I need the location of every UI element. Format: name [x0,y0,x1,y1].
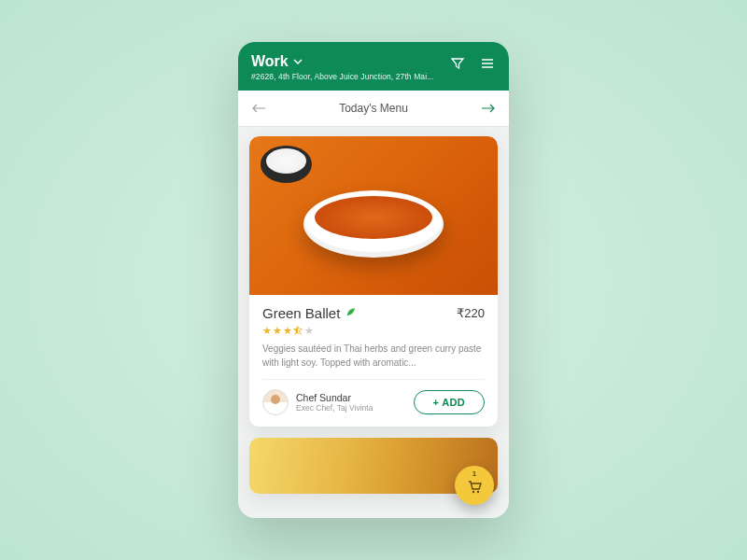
filter-icon[interactable] [449,55,466,72]
dish-price: ₹220 [457,306,485,320]
veg-leaf-icon [345,305,358,321]
svg-point-0 [472,491,474,493]
location-address: #2628, 4th Floor, Above Juice Junction, … [251,72,449,81]
phone-frame: Work #2628, 4th Floor, Above Juice Junct… [238,42,509,518]
chef-name: Chef Sundar [296,392,373,403]
dish-card[interactable]: Green Ballet ₹220 ★★★⯪★ Veggies sautéed … [249,136,498,427]
dish-description: Veggies sautéed in Thai herbs and green … [262,343,485,370]
chevron-down-icon [293,53,303,70]
prev-arrow-icon[interactable] [251,100,268,117]
rice-graphic [261,146,312,183]
divider [262,379,485,380]
chef-title: Exec Chef, Taj Vivinta [296,403,373,413]
next-arrow-icon[interactable] [479,100,496,117]
location-label: Work [251,53,289,70]
bowl-graphic [303,190,444,258]
cart-fab[interactable]: 1 [455,466,494,505]
menu-icon[interactable] [479,55,496,72]
dish-name: Green Ballet [262,305,340,321]
dish-image [249,136,498,295]
cart-icon [466,478,483,498]
menu-title: Today's Menu [339,102,408,115]
content-scroll[interactable]: Green Ballet ₹220 ★★★⯪★ Veggies sautéed … [238,127,509,518]
chef-info[interactable]: Chef Sundar Exec Chef, Taj Vivinta [262,389,373,415]
rating-stars: ★★★⯪★ [262,325,485,337]
add-button[interactable]: + ADD [414,390,485,414]
cart-count: 1 [472,469,476,478]
menu-nav: Today's Menu [238,91,509,127]
app-header: Work #2628, 4th Floor, Above Juice Junct… [238,42,509,91]
location-selector[interactable]: Work #2628, 4th Floor, Above Juice Junct… [251,53,449,81]
svg-point-1 [477,491,479,493]
chef-avatar [262,389,289,415]
